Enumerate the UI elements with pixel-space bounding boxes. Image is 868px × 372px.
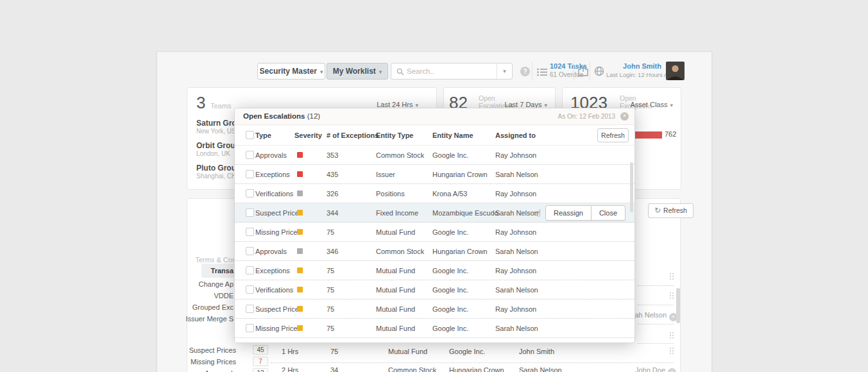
row-divider [638, 343, 674, 344]
row-checkbox[interactable] [246, 228, 254, 236]
user-name: John Smith [606, 62, 661, 71]
sidebar-item[interactable]: Grouped Exc [185, 301, 239, 313]
cell-exceptions: 75 [327, 267, 334, 275]
refresh-button[interactable]: ↻Refresh [648, 203, 694, 218]
cell-assigned-to: Ray Johnson [495, 228, 536, 236]
close-row-button[interactable]: Close [591, 205, 625, 221]
exceptions-filter-dropdown[interactable]: Asset Class▾ [630, 101, 673, 108]
cell-type: Approvals [255, 151, 287, 159]
modal-refresh-button[interactable]: Refresh [597, 128, 629, 142]
counter-label: Missing Prices [191, 356, 236, 368]
exceptions-bar-value: 762 [665, 130, 676, 138]
severity-indicator [297, 306, 303, 312]
row-checkbox[interactable] [246, 151, 254, 159]
severity-indicator [297, 287, 303, 292]
search-options-caret[interactable]: ▾ [497, 63, 512, 79]
teams-count: 3 [196, 93, 205, 113]
row-checkbox[interactable] [246, 247, 254, 255]
cell-entity-name: Google Inc. [449, 348, 485, 355]
escalation-row[interactable]: Exceptions 435 Issuer Hungarian Crown Sa… [235, 165, 634, 184]
help-icon[interactable]: ? [520, 67, 530, 76]
modal-count: (12) [307, 112, 320, 120]
sidebar-counter-item[interactable]: Missing Prices 7 [172, 356, 269, 368]
escalation-row[interactable]: Suspect Prices 344 Fixed Income Mozambiq… [235, 203, 634, 223]
column-header-severity: Severity [294, 131, 322, 139]
escalation-row[interactable]: Missing Prices 75 Mutual Fund Google Inc… [235, 319, 634, 338]
row-checkbox[interactable] [246, 324, 254, 332]
row-menu-icon[interactable] [670, 273, 671, 275]
cell-entity-name: Krona A/53 [432, 190, 467, 198]
sidebar-item[interactable]: VDDE [185, 290, 239, 301]
cell-entity-name: Google Inc. [432, 151, 468, 159]
cell-age: 1 Hrs [282, 348, 298, 355]
sidebar-counter-item[interactable]: Suspect Prices 45 [172, 344, 269, 356]
cell-exceptions: 75 [327, 305, 334, 313]
severity-indicator [297, 210, 303, 216]
cell-entity-name: Mozambique Escudo [432, 209, 498, 217]
cell-entity-type: Mutual Fund [376, 267, 415, 275]
export-icon[interactable] [578, 66, 588, 76]
row-divider [638, 305, 674, 305]
worklist-dropdown-label: My Worklist [333, 67, 376, 76]
sidebar-item[interactable]: Change Ap [185, 278, 239, 290]
escalation-row[interactable]: Missing Prices 75 Mutual Fund Google Inc… [235, 223, 634, 242]
user-avatar[interactable] [666, 62, 685, 80]
module-dropdown[interactable]: Security Master▾ [257, 63, 325, 80]
cell-exceptions: 75 [327, 228, 334, 236]
cell-entity-type: Common Stock [376, 151, 424, 159]
count-badge: 45 [253, 345, 268, 355]
open-escalations-modal: Open Escalations (12) As On: 12 Feb 2013… [234, 108, 635, 343]
escalation-row[interactable]: Exceptions 75 Mutual Fund Google Inc. Ra… [235, 261, 634, 280]
cell-count: 75 [330, 348, 338, 355]
cell-assigned-to: Sarah Nelson [495, 171, 538, 178]
cell-type: Exceptions [255, 267, 290, 275]
row-checkbox[interactable] [246, 266, 254, 275]
row-checkbox[interactable] [246, 285, 254, 294]
row-checkbox[interactable] [246, 208, 254, 217]
escalation-row[interactable]: Verifications 326 Positions Krona A/53 R… [235, 184, 634, 203]
escalation-row[interactable]: Approvals 346 Common Stock Hungarian Cro… [235, 242, 634, 261]
escalation-row[interactable]: Approvals 353 Common Stock Google Inc. R… [235, 146, 634, 165]
cell-entity-type: Mutual Fund [376, 228, 415, 236]
chevron-down-icon: ▾ [670, 102, 673, 108]
cell-exceptions: 75 [327, 286, 334, 294]
row-checkbox[interactable] [246, 189, 254, 198]
modal-scrollbar-thumb[interactable] [630, 162, 633, 212]
row-checkbox[interactable] [246, 170, 254, 178]
last-login: Last Login: 12 Hours Ago [606, 71, 661, 79]
globe-icon[interactable] [594, 66, 604, 76]
sidebar-counter-item[interactable]: Approvals 12 [172, 368, 269, 372]
cell-type: Missing Prices [255, 325, 301, 332]
assign-icon[interactable]: + [668, 368, 676, 372]
scrollbar-thumb[interactable] [676, 288, 680, 323]
close-icon[interactable]: × [620, 112, 629, 121]
cell-exceptions: 435 [327, 171, 338, 178]
cell-entity-name: Hungarian Crown [432, 171, 488, 178]
worklist-dropdown[interactable]: My Worklist▾ [327, 63, 388, 80]
app-screen: Security Master▾ My Worklist▾ ▾ ? 1024 T… [0, 0, 868, 372]
cell-entity-type: Fixed Income [376, 209, 418, 217]
count-badge: 12 [253, 368, 268, 372]
escalation-row[interactable]: Suspect Prices 75 Mutual Fund Google Inc… [235, 300, 634, 319]
sidebar-item[interactable]: Transa [201, 264, 239, 278]
select-all-checkbox[interactable] [246, 131, 254, 139]
counter-label: Suspect Prices [189, 344, 236, 356]
row-menu-icon[interactable] [670, 332, 671, 334]
task-list-icon[interactable] [537, 68, 547, 76]
severity-indicator [297, 171, 303, 177]
row-checkbox[interactable] [246, 305, 254, 313]
column-header-entity-name: Entity Name [432, 131, 473, 139]
sidebar-item[interactable]: Issuer Merge S [185, 313, 239, 325]
cell-entity-type: Mutual Fund [376, 286, 415, 294]
severity-indicator [297, 229, 303, 235]
cell-type: Exceptions [255, 171, 290, 178]
reassign-button[interactable]: Reassign [545, 205, 591, 221]
escalation-row[interactable]: Verifications 75 Mutual Fund Google Inc.… [235, 280, 634, 300]
search-input[interactable] [407, 63, 495, 79]
cell-entity-type: Positions [376, 190, 405, 198]
row-menu-icon[interactable] [670, 292, 671, 294]
row-actions: Reassign Close [545, 205, 625, 221]
row-menu-icon[interactable] [670, 348, 671, 349]
chevron-down-icon: ▾ [379, 69, 382, 75]
user-info[interactable]: John Smith Last Login: 12 Hours Ago [606, 62, 661, 79]
